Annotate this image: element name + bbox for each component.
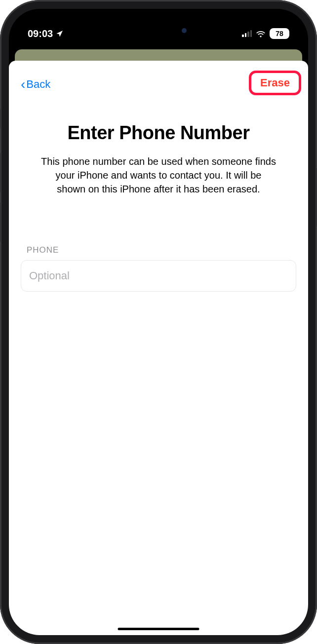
battery-level: 78 [276, 30, 283, 38]
page-description: This phone number can be used when someo… [21, 154, 296, 196]
cellular-signal-icon [242, 30, 252, 37]
erase-button[interactable]: Erase [256, 76, 294, 90]
location-icon [56, 30, 64, 38]
navigation-bar: ‹ Back Erase [21, 73, 296, 95]
page-title: Enter Phone Number [21, 122, 296, 144]
dynamic-island [121, 21, 196, 40]
status-bar-left: 09:03 [28, 28, 64, 39]
phone-screen: 09:03 78 [9, 9, 308, 635]
volume-down-button [0, 202, 0, 242]
chevron-left-icon: ‹ [21, 76, 25, 92]
volume-up-button [0, 153, 0, 192]
modal-sheet: ‹ Back Erase Enter Phone Number This pho… [9, 61, 308, 635]
battery-indicator: 78 [270, 28, 289, 39]
back-button[interactable]: ‹ Back [21, 76, 50, 92]
erase-button-highlight: Erase [249, 71, 301, 95]
status-time: 09:03 [28, 28, 53, 39]
phone-input[interactable] [21, 260, 296, 292]
phone-device-frame: 09:03 78 [0, 0, 317, 644]
home-indicator[interactable] [118, 628, 199, 630]
back-label: Back [26, 78, 50, 91]
status-bar-right: 78 [242, 28, 289, 39]
silent-switch [0, 109, 0, 128]
front-camera-icon [182, 28, 187, 33]
phone-field-label: PHONE [27, 245, 296, 255]
wifi-icon [256, 30, 266, 38]
